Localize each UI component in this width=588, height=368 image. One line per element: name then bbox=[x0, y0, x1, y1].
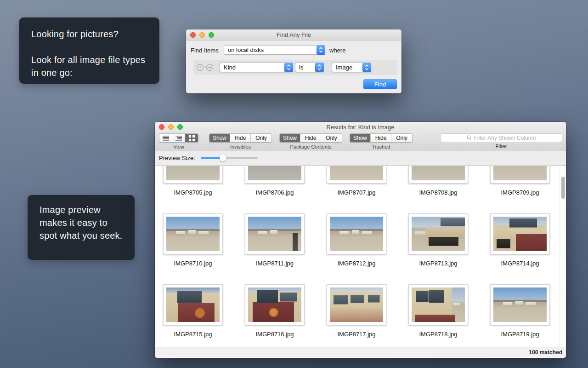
thumbnail-frame[interactable] bbox=[408, 166, 468, 184]
segment-hide[interactable]: Hide bbox=[300, 134, 321, 142]
slider-knob[interactable] bbox=[220, 155, 226, 161]
close-button[interactable] bbox=[190, 32, 196, 38]
status-bar: 100 matched bbox=[155, 347, 566, 357]
match-count: 100 matched bbox=[529, 349, 562, 356]
thumbnail-image[interactable] bbox=[412, 217, 465, 251]
thumbnail-frame[interactable] bbox=[245, 166, 305, 184]
callout-image-preview: Image preview makes it easy to spot what… bbox=[28, 195, 135, 260]
criterion-operator-dropdown[interactable]: is bbox=[295, 63, 324, 72]
minimize-button[interactable] bbox=[168, 124, 174, 130]
thumbnail-frame[interactable] bbox=[408, 213, 468, 254]
trashed-segmented-control: ShowHideOnly bbox=[350, 133, 413, 143]
thumbnail-image[interactable] bbox=[248, 166, 301, 180]
segment-only[interactable]: Only bbox=[391, 134, 412, 142]
file-item: IMGP8717.jpg bbox=[327, 284, 386, 347]
find-window-body: Find Items on local disks where + − Kind… bbox=[186, 40, 401, 93]
file-name[interactable]: IMGP8705.jpg bbox=[174, 189, 212, 196]
zoom-button[interactable] bbox=[209, 32, 214, 38]
thumbnail-image[interactable] bbox=[330, 166, 383, 180]
vertical-scrollbar[interactable] bbox=[560, 166, 566, 347]
segment-only[interactable]: Only bbox=[251, 134, 271, 142]
segment-hide[interactable]: Hide bbox=[230, 134, 251, 142]
file-name[interactable]: IMGP8719.jpg bbox=[501, 331, 539, 338]
thumbnail-frame[interactable] bbox=[408, 284, 468, 325]
remove-criterion-button[interactable]: − bbox=[206, 64, 213, 71]
thumbnail-frame[interactable] bbox=[327, 166, 386, 184]
thumbnail-image[interactable] bbox=[330, 288, 383, 322]
thumbnail-frame[interactable] bbox=[327, 284, 386, 325]
file-name[interactable]: IMGP8715.jpg bbox=[174, 331, 212, 338]
thumbnail-frame[interactable] bbox=[163, 213, 223, 254]
thumbnail-frame[interactable] bbox=[490, 213, 550, 254]
thumbnail-frame[interactable] bbox=[163, 166, 223, 184]
results-grid-clip: IMGP8705.jpgIMGP8706.jpgIMGP8707.jpgIMGP… bbox=[155, 166, 560, 347]
grid-view-segment[interactable] bbox=[185, 134, 198, 142]
thumbnail-image[interactable] bbox=[493, 288, 547, 322]
thumbnail-frame[interactable] bbox=[490, 166, 550, 184]
thumbnail-frame[interactable] bbox=[327, 213, 386, 254]
view-segmented-control bbox=[159, 133, 198, 143]
segment-hide[interactable]: Hide bbox=[371, 134, 391, 142]
close-button[interactable] bbox=[159, 124, 164, 130]
file-item: IMGP8712.jpg bbox=[327, 213, 386, 284]
file-name[interactable]: IMGP8718.jpg bbox=[419, 331, 457, 338]
zoom-button[interactable] bbox=[177, 124, 183, 130]
results-titlebar[interactable]: Results for: Kind is Image bbox=[155, 122, 566, 132]
file-item: IMGP8716.jpg bbox=[245, 284, 305, 347]
callout-text-line: Image preview makes it easy to spot what… bbox=[40, 203, 123, 242]
thumbnail-frame[interactable] bbox=[245, 284, 305, 325]
file-name[interactable]: IMGP8706.jpg bbox=[255, 189, 294, 196]
criterion-field-dropdown[interactable]: Kind bbox=[220, 63, 293, 72]
window-title: Find Any File bbox=[277, 31, 311, 38]
thumbnail-image[interactable] bbox=[248, 288, 301, 322]
scope-dropdown[interactable]: on local disks bbox=[224, 45, 325, 55]
segment-show[interactable]: Show bbox=[209, 134, 230, 142]
criterion-value-dropdown[interactable]: Image bbox=[332, 63, 371, 72]
grid-view-icon bbox=[189, 135, 195, 141]
file-name[interactable]: IMGP8717.jpg bbox=[337, 331, 375, 338]
thumbnail-image[interactable] bbox=[493, 166, 547, 180]
thumbnail-image[interactable] bbox=[166, 217, 220, 251]
file-name[interactable]: IMGP8711.jpg bbox=[256, 260, 294, 267]
file-name[interactable]: IMGP8712.jpg bbox=[337, 260, 375, 267]
minimize-button[interactable] bbox=[199, 32, 205, 38]
thumbnail-image[interactable] bbox=[412, 288, 465, 322]
stepper-chevrons-icon bbox=[362, 63, 371, 72]
trashed-label: Trashed bbox=[372, 144, 390, 150]
thumbnail-frame[interactable] bbox=[245, 213, 305, 254]
file-item: IMGP8710.jpg bbox=[163, 213, 223, 284]
file-name[interactable]: IMGP8716.jpg bbox=[255, 331, 294, 338]
thumbnail-image[interactable] bbox=[248, 217, 301, 251]
thumbnail-image[interactable] bbox=[166, 288, 220, 322]
segment-show[interactable]: Show bbox=[280, 134, 300, 142]
file-name[interactable]: IMGP8710.jpg bbox=[174, 260, 212, 267]
list-view-segment[interactable] bbox=[159, 134, 172, 142]
thumbnail-frame[interactable] bbox=[163, 284, 223, 325]
thumbnail-image[interactable] bbox=[166, 166, 220, 180]
thumbnail-image[interactable] bbox=[330, 217, 383, 251]
segment-only[interactable]: Only bbox=[321, 134, 342, 142]
view-toolbar-group: View bbox=[159, 133, 198, 150]
segment-show[interactable]: Show bbox=[350, 134, 371, 142]
thumbnail-frame[interactable] bbox=[490, 284, 550, 325]
add-criterion-button[interactable]: + bbox=[197, 64, 204, 71]
file-name[interactable]: IMGP8713.jpg bbox=[419, 260, 457, 267]
scrollbar-thumb[interactable] bbox=[561, 177, 565, 199]
where-label: where bbox=[329, 47, 345, 54]
minus-icon: − bbox=[208, 65, 211, 70]
thumbnail-image[interactable] bbox=[493, 217, 547, 251]
find-window-titlebar[interactable]: Find Any File bbox=[186, 29, 401, 40]
find-button[interactable]: Find bbox=[363, 79, 397, 89]
stepper-chevrons-icon bbox=[317, 45, 325, 55]
file-item: IMGP8708.jpg bbox=[408, 166, 468, 213]
outline-view-segment[interactable] bbox=[172, 134, 185, 142]
trashed-toolbar-group: ShowHideOnly Trashed bbox=[350, 133, 413, 150]
thumbnail-image[interactable] bbox=[412, 166, 465, 180]
file-name[interactable]: IMGP8714.jpg bbox=[501, 260, 539, 267]
traffic-lights bbox=[190, 29, 214, 40]
filter-input[interactable]: Filter Any Shown Column bbox=[440, 133, 562, 142]
file-name[interactable]: IMGP8709.jpg bbox=[501, 189, 539, 196]
preview-size-slider[interactable] bbox=[201, 155, 258, 161]
file-name[interactable]: IMGP8707.jpg bbox=[337, 189, 375, 196]
file-name[interactable]: IMGP8708.jpg bbox=[419, 189, 457, 196]
